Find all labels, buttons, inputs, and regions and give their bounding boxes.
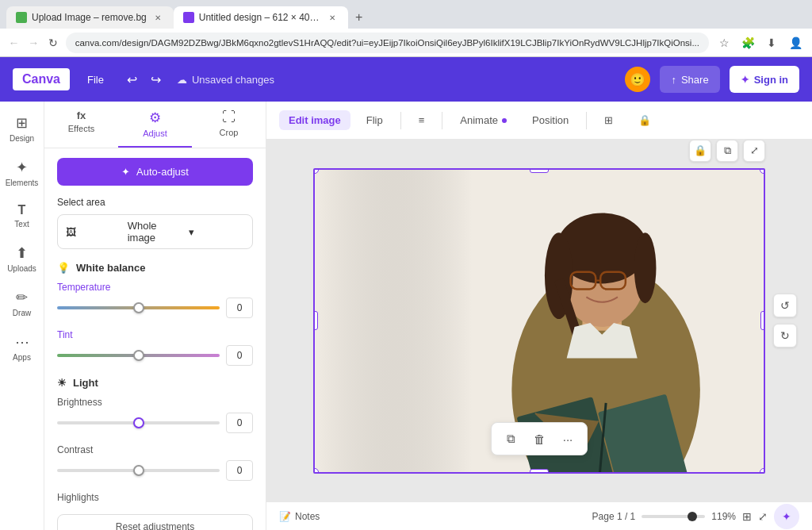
resize-handle-bottom[interactable] [530, 469, 549, 474]
more-options-button[interactable]: ··· [555, 426, 580, 451]
user-avatar[interactable]: 🙂 [625, 67, 650, 92]
canva-logo[interactable]: Canva [13, 68, 70, 90]
position-button[interactable]: Position [523, 110, 578, 130]
address-bar[interactable]: canva.com/design/DAGM92DZBwg/JBkM6qxno2g… [66, 33, 709, 53]
sidebar-item-apps[interactable]: ⋯ Apps [3, 327, 41, 368]
duplicate-button[interactable]: ⧉ [498, 426, 523, 451]
temperature-thumb[interactable] [133, 302, 144, 313]
browser-tab-2[interactable]: Untitled design – 612 × 408px ✕ [174, 6, 348, 29]
redo-button[interactable]: ↪ [145, 68, 167, 90]
tab-crop[interactable]: ⛶ Crop [192, 102, 266, 148]
bookmark-icon[interactable]: ☆ [714, 33, 734, 53]
file-menu-button[interactable]: File [79, 71, 112, 89]
share-icon: ↑ [671, 74, 676, 86]
temperature-value[interactable]: 0 [226, 298, 253, 318]
chevron-down-icon: ▾ [189, 226, 244, 238]
lock-button[interactable]: 🔒 [629, 110, 661, 130]
contrast-thumb[interactable] [133, 465, 144, 476]
brightness-slider-group: Brightness 0 [57, 397, 253, 433]
resize-handle-right[interactable] [760, 311, 765, 330]
draw-label: Draw [13, 309, 31, 317]
lock-icon: 🔒 [638, 114, 651, 126]
animate-label: Animate [460, 114, 498, 126]
copy-canvas-button[interactable]: ⧉ [716, 140, 738, 162]
toolbar-divider-3 [586, 112, 587, 129]
sidebar-item-elements[interactable]: ✦ Elements [3, 152, 41, 194]
design-icon: ⊞ [16, 114, 28, 132]
lock-canvas-button[interactable]: 🔒 [689, 140, 711, 162]
tint-value[interactable]: 0 [226, 345, 253, 366]
rotate-button[interactable]: ↻ [773, 324, 797, 348]
browser-toolbar: ← → ↻ canva.com/design/DAGM92DZBwg/JBkM6… [0, 29, 812, 57]
animate-button[interactable]: Animate [450, 110, 516, 130]
tint-thumb[interactable] [133, 350, 144, 361]
sidebar-content: ✦ Auto-adjust Select area 🖼 Whole image … [44, 148, 266, 530]
auto-adjust-button[interactable]: ✦ Auto-adjust [57, 158, 253, 186]
tint-label: Tint [57, 329, 253, 340]
elements-label: Elements [6, 179, 39, 187]
grid-toggle-button[interactable]: ⊞ [595, 110, 622, 130]
resize-handle-tr[interactable] [760, 168, 765, 174]
undo-redo-group: ↩ ↪ [121, 68, 167, 90]
signin-button[interactable]: ✦ Sign in [730, 66, 799, 93]
sidebar-tabs: fx Effects ⚙ Adjust ⛶ Crop [44, 102, 266, 148]
forward-button[interactable]: → [26, 33, 41, 53]
sidebar-item-design[interactable]: ⊞ Design [3, 108, 41, 149]
expand-canvas-button[interactable]: ⤢ [743, 140, 765, 162]
temperature-row: 0 [57, 298, 253, 318]
reset-adjustments-button[interactable]: Reset adjustments [57, 514, 253, 530]
sidebar-item-text[interactable]: T Text [3, 197, 41, 235]
delete-button[interactable]: 🗑 [527, 426, 552, 451]
extension-icon[interactable]: 🧩 [737, 33, 758, 53]
zoom-thumb[interactable] [688, 512, 697, 521]
tab-close-1[interactable]: ✕ [151, 11, 164, 24]
text-label: Text [14, 220, 29, 229]
temperature-track[interactable] [57, 306, 220, 309]
flip-button[interactable]: Flip [357, 110, 393, 130]
brightness-track[interactable] [57, 421, 220, 424]
uploads-icon: ⬆ [16, 244, 28, 262]
brightness-value[interactable]: 0 [226, 413, 253, 433]
zoom-slider[interactable]: 119% [642, 511, 736, 522]
fullscreen-button[interactable]: ⤢ [758, 510, 768, 523]
align-button[interactable]: ≡ [409, 110, 435, 130]
white-balance-label: White balance [76, 262, 145, 274]
sidebar-item-uploads[interactable]: ⬆ Uploads [3, 238, 41, 279]
zoom-track[interactable] [642, 515, 705, 518]
new-tab-button[interactable]: + [348, 6, 370, 29]
notes-button[interactable]: 📝 Notes [279, 511, 320, 522]
tab-adjust[interactable]: ⚙ Adjust [118, 102, 192, 148]
effects-tab-icon: fx [77, 109, 86, 121]
tab-effects[interactable]: fx Effects [44, 102, 118, 148]
brightness-thumb[interactable] [133, 417, 144, 428]
crop-tab-label: Crop [220, 128, 239, 137]
unsaved-changes-indicator: ☁ Unsaved changes [177, 74, 274, 86]
resize-handle-left[interactable] [313, 311, 318, 330]
tint-track[interactable] [57, 354, 220, 357]
resize-handle-br[interactable] [760, 468, 765, 474]
tab-favicon-2 [183, 12, 194, 23]
refresh-button[interactable]: ↺ [773, 294, 797, 317]
notes-label: Notes [295, 511, 320, 522]
tab-title-2: Untitled design – 612 × 408px [199, 12, 321, 23]
resize-handle-top[interactable] [530, 168, 549, 173]
profile-icon[interactable]: 👤 [785, 33, 806, 53]
back-button[interactable]: ← [6, 33, 21, 53]
reload-button[interactable]: ↻ [46, 33, 61, 53]
cloud-icon: ☁ [177, 74, 187, 86]
download-icon[interactable]: ⬇ [761, 33, 782, 53]
brightness-label: Brightness [57, 397, 253, 408]
magic-button[interactable]: ✦ [774, 504, 799, 529]
tab-close-2[interactable]: ✕ [326, 11, 339, 24]
share-button[interactable]: ↑ Share [660, 66, 719, 93]
undo-button[interactable]: ↩ [121, 68, 144, 90]
contrast-value[interactable]: 0 [226, 460, 253, 481]
edit-image-button[interactable]: Edit image [279, 110, 350, 130]
browser-tab-1[interactable]: Upload Image – remove.bg ✕ [6, 6, 174, 29]
grid-view-button[interactable]: ⊞ [742, 510, 752, 523]
area-dropdown[interactable]: 🖼 Whole image ▾ [57, 214, 253, 249]
sidebar-item-draw[interactable]: ✏ Draw [3, 282, 41, 324]
contrast-track[interactable] [57, 469, 220, 472]
app-body: ⊞ Design ✦ Elements T Text ⬆ Uploads ✏ D… [0, 102, 812, 530]
area-dropdown-icon: 🖼 [66, 226, 121, 238]
